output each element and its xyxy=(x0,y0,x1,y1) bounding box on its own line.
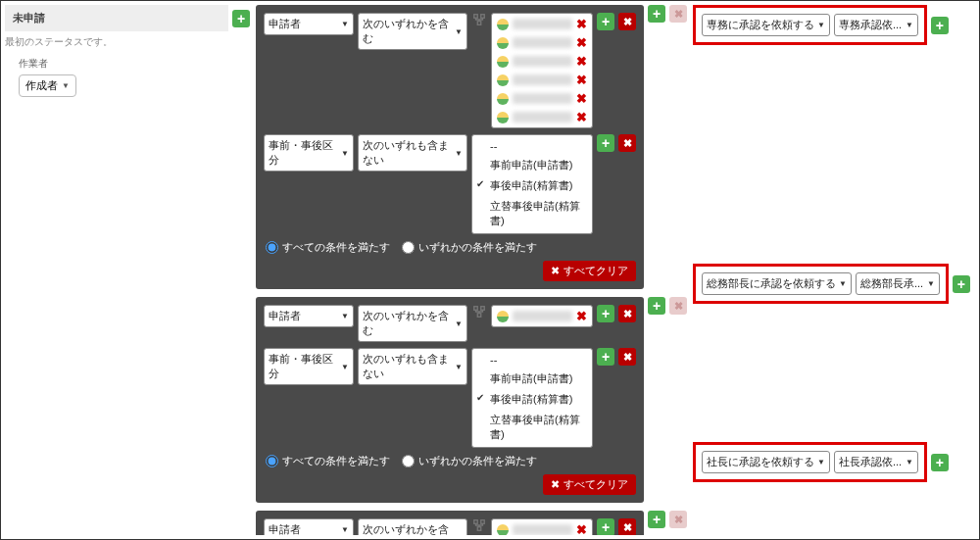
action-label-select[interactable]: 社長に承認を依頼する▼ xyxy=(702,451,830,473)
action-label-select[interactable]: 専務に承認を依頼する▼ xyxy=(702,14,830,36)
list-item: xxxx✖ xyxy=(494,308,590,324)
clear-all-button[interactable]: ✖すべてクリア xyxy=(543,261,636,281)
chevron-down-icon: ▼ xyxy=(341,312,349,320)
action-target-select[interactable]: 専務承認依...▼ xyxy=(834,14,918,36)
chevron-down-icon: ▼ xyxy=(817,21,825,29)
chevron-down-icon: ▼ xyxy=(341,149,349,158)
remove-condition-button[interactable]: ✖ xyxy=(618,348,636,366)
add-condition-button[interactable]: + xyxy=(597,305,614,322)
value-list: xxxx✖ xyxy=(491,518,593,535)
field-select[interactable]: 事前・事後区分▼ xyxy=(264,134,354,172)
remove-condition-button[interactable]: ✖ xyxy=(618,13,636,30)
option-dropdown[interactable]: -- 事前申請(申請書) 事後申請(精算書) 立替事後申請(精算書) xyxy=(471,134,593,234)
radio-all[interactable]: すべての条件を満たす xyxy=(266,454,390,468)
operator-select[interactable]: 次のいずれも含まない▼ xyxy=(358,348,467,385)
remove-card-button[interactable]: ✖ xyxy=(669,511,687,528)
user-icon xyxy=(497,524,509,536)
option-item[interactable]: 事後申請(精算書) xyxy=(472,175,592,196)
action-row: 社長に承認を依頼する▼ 社長承認依...▼ + xyxy=(693,442,975,482)
org-picker-icon[interactable] xyxy=(471,13,487,26)
add-condition-button[interactable]: + xyxy=(597,518,614,535)
svg-rect-5 xyxy=(477,314,481,318)
org-picker-icon[interactable] xyxy=(471,305,487,319)
remove-card-button[interactable]: ✖ xyxy=(669,297,687,315)
list-item: xxxx✖ xyxy=(494,16,590,32)
radio-any[interactable]: いずれかの条件を満たす xyxy=(402,240,537,255)
remove-icon[interactable]: ✖ xyxy=(576,17,587,31)
add-status-button[interactable]: + xyxy=(232,10,250,27)
user-icon xyxy=(497,37,509,49)
radio-all[interactable]: すべての条件を満たす xyxy=(266,240,390,255)
status-panel: 未申請 + 最初のステータスです。 作業者 作成者 ▼ xyxy=(5,5,250,535)
add-action-button[interactable]: + xyxy=(953,275,970,293)
worker-select[interactable]: 作成者 ▼ xyxy=(19,74,76,97)
clear-all-button[interactable]: ✖すべてクリア xyxy=(543,474,636,495)
remove-condition-button[interactable]: ✖ xyxy=(618,134,636,152)
operator-select[interactable]: 次のいずれかを含む▼ xyxy=(358,13,467,50)
operator-select[interactable]: 次のいずれかを含む▼ xyxy=(358,305,467,342)
condition-card: 申請者▼ 次のいずれかを含む▼ xxxx✖ +✖ 事前・事後区分▼ 次のいずれも… xyxy=(256,511,644,535)
option-item[interactable]: -- xyxy=(472,351,592,368)
close-icon: ✖ xyxy=(551,265,560,277)
user-icon xyxy=(497,56,509,68)
remove-icon[interactable]: ✖ xyxy=(576,73,587,87)
action-label-select[interactable]: 総務部長に承認を依頼する▼ xyxy=(702,272,852,295)
remove-icon[interactable]: ✖ xyxy=(576,54,587,69)
chevron-down-icon: ▼ xyxy=(455,27,463,36)
radio-any[interactable]: いずれかの条件を満たす xyxy=(402,454,537,468)
svg-rect-2 xyxy=(477,22,481,25)
option-item[interactable]: 立替事後申請(精算書) xyxy=(472,410,592,445)
operator-select[interactable]: 次のいずれかを含む▼ xyxy=(358,518,467,535)
option-item[interactable]: 事前申請(申請書) xyxy=(472,368,592,389)
remove-icon[interactable]: ✖ xyxy=(576,522,587,535)
add-card-button[interactable]: + xyxy=(648,297,665,315)
remove-icon[interactable]: ✖ xyxy=(576,309,587,323)
remove-icon[interactable]: ✖ xyxy=(576,35,587,50)
add-action-button[interactable]: + xyxy=(931,17,949,34)
status-title: 未申請 xyxy=(5,5,228,31)
remove-condition-button[interactable]: ✖ xyxy=(618,305,636,322)
chevron-down-icon: ▼ xyxy=(341,525,349,534)
option-item[interactable]: 事後申請(精算書) xyxy=(472,389,592,410)
field-select[interactable]: 申請者▼ xyxy=(264,518,354,535)
remove-card-button[interactable]: ✖ xyxy=(669,5,687,23)
option-item[interactable]: 立替事後申請(精算書) xyxy=(472,196,592,231)
chevron-down-icon: ▼ xyxy=(906,21,913,29)
add-card-button[interactable]: + xyxy=(648,511,665,528)
add-condition-button[interactable]: + xyxy=(597,348,614,366)
user-icon xyxy=(497,93,509,105)
chevron-down-icon: ▼ xyxy=(927,279,935,288)
action-target-select[interactable]: 社長承認依...▼ xyxy=(834,451,918,473)
status-description: 最初のステータスです。 xyxy=(5,35,250,49)
remove-condition-button[interactable]: ✖ xyxy=(618,518,636,535)
list-item: xxxx✖ xyxy=(494,90,590,107)
list-item: xxxx✖ xyxy=(494,34,590,51)
option-item[interactable]: 事前申請(申請書) xyxy=(472,155,592,175)
field-select[interactable]: 事前・事後区分▼ xyxy=(264,348,354,385)
remove-icon[interactable]: ✖ xyxy=(576,91,587,106)
field-select[interactable]: 申請者▼ xyxy=(264,305,354,327)
add-action-button[interactable]: + xyxy=(931,454,949,471)
add-condition-button[interactable]: + xyxy=(597,134,614,152)
remove-icon[interactable]: ✖ xyxy=(576,110,587,124)
org-picker-icon[interactable] xyxy=(471,518,487,532)
chevron-down-icon: ▼ xyxy=(817,458,825,466)
add-card-button[interactable]: + xyxy=(648,5,665,23)
chevron-down-icon: ▼ xyxy=(341,20,349,28)
action-highlight-box: 総務部長に承認を依頼する▼ 総務部長承...▼ xyxy=(693,264,949,304)
operator-select[interactable]: 次のいずれも含まない▼ xyxy=(358,134,467,172)
svg-rect-7 xyxy=(481,520,485,524)
condition-card: 申請者▼ 次のいずれかを含む▼ xxxx✖ +✖ 事前・事後区分▼ 次のいずれも… xyxy=(256,297,644,503)
user-icon xyxy=(497,19,509,30)
field-select[interactable]: 申請者▼ xyxy=(264,13,354,35)
option-item[interactable]: -- xyxy=(472,137,592,155)
list-item: xxxx✖ xyxy=(494,72,590,88)
action-row: 専務に承認を依頼する▼ 専務承認依...▼ + xyxy=(693,5,975,45)
option-dropdown[interactable]: -- 事前申請(申請書) 事後申請(精算書) 立替事後申請(精算書) xyxy=(471,348,593,448)
action-target-select[interactable]: 総務部長承...▼ xyxy=(856,272,940,295)
add-condition-button[interactable]: + xyxy=(597,13,614,30)
list-item: xxxx✖ xyxy=(494,53,590,70)
list-item: xxxx✖ xyxy=(494,109,590,125)
chevron-down-icon: ▼ xyxy=(62,81,70,90)
svg-rect-4 xyxy=(481,307,485,311)
